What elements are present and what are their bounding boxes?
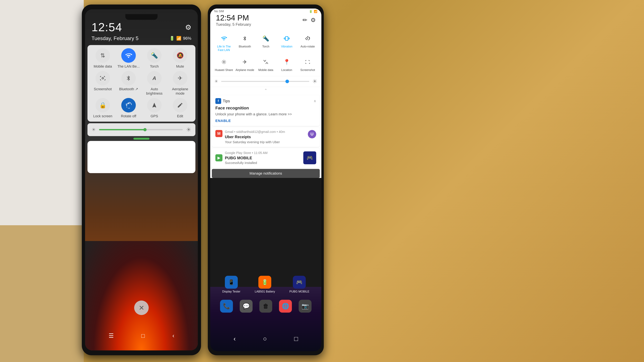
left-phone-notch [125,14,158,20]
enable-button[interactable]: ENABLE [215,119,316,123]
right-brightness-thumb [286,80,289,83]
rotate-icon [121,98,136,112]
pubg-app-icon: 🎮 [293,276,306,289]
phone-left: 12:54 ⚙ Tuesday, February 5 🔋 📶 96% ⇅ Mo… [82,4,201,355]
rqs-airplane[interactable]: ✈ Airplane mode [234,54,255,74]
rqs-torch[interactable]: 🔦 Torch [255,31,276,54]
qs-torch[interactable]: 🔦 Torch [143,48,166,69]
qs-edit[interactable]: Edit [169,98,191,118]
wifi-status-icon: 📶 [176,36,182,41]
close-button[interactable]: ✕ [134,301,149,315]
torch-label: Torch [150,64,159,69]
rotate-label: Rotate off [121,114,136,118]
right-status-bar: No SIM 🔋 📶 [210,8,321,14]
rqs-bluetooth[interactable]: Bluetooth [234,31,255,54]
chevron-up-icon: ⌃ [264,88,268,93]
tips-expand-icon[interactable]: ∧ [314,99,316,103]
screenshot-label: Screenshot [94,87,112,91]
rqs-bluetooth-label: Bluetooth [239,45,251,48]
rqs-wifi[interactable]: Life In The Fast LAN [214,31,234,54]
bluetooth-icon [121,71,136,85]
manage-notifications-bar[interactable]: Manage notifications [212,169,320,178]
qs-airplane[interactable]: ✈ Aeroplane mode [169,71,191,96]
notif-header-icons: ✏ ⚙ [302,17,316,23]
brightness-fill [99,129,145,130]
play-store-notification[interactable]: ▶ Google Play Store • 11:05 AM PUBG MOBI… [212,148,320,168]
rqs-airplane-icon: ✈ [240,57,250,67]
tips-icon: f [215,98,221,104]
pubg-mobile-app[interactable]: 🎮 PUBG MOBILE [289,276,309,293]
rqs-mobile-data[interactable]: Mobile data [255,54,276,74]
rqs-location-label: Location [281,68,292,72]
gmail-icon: M [215,130,222,137]
right-back-icon[interactable]: ‹ [234,335,236,342]
chrome-dock-icon[interactable]: 🌐 [279,300,292,313]
qs-lock-screen[interactable]: 🔒 Lock screen [92,98,114,118]
rqs-autorotate-icon [302,33,313,44]
play-store-icon: ▶ [215,154,222,161]
right-brightness-track[interactable] [221,81,309,82]
notification-area: No SIM 🔋 📶 12:54 PM Tuesday, 5 February … [210,8,321,178]
settings-notif-icon[interactable]: ⚙ [310,17,316,23]
messages-dock-icon[interactable]: 💬 [240,300,252,313]
qs-wifi[interactable]: The LAN Be... [117,48,140,69]
qs-gps[interactable]: GPS [143,98,166,118]
rqs-screenshot[interactable]: Screenshot [297,54,318,74]
left-status-bar: 12:54 ⚙ [85,17,198,35]
right-recents-icon[interactable]: □ [294,335,298,342]
display-tester-app[interactable]: 📱 Display Tester [222,276,240,293]
gmail-meta: Gmail • siddharthsidi12@gmail.com • 40m [225,130,306,134]
home-icon[interactable]: □ [141,332,145,339]
rqs-autorotate[interactable]: Auto-rotate [297,31,318,54]
rqs-vibration-icon [282,33,292,44]
brightness-track[interactable] [99,129,183,130]
gmail-preview: Your Saturday evening trip with Uber [225,140,306,144]
airplane-icon: ✈ [173,71,187,85]
rqs-huawei-label: Huawei Share [215,68,233,72]
camera-dock-icon[interactable]: 📷 [299,300,312,313]
lock-label: Lock screen [93,114,112,118]
gps-icon [147,98,162,112]
qs-rotate[interactable]: Rotate off [117,98,140,118]
delete-dock-icon[interactable]: 🗑 [259,300,272,313]
display-tester-label: Display Tester [222,290,240,293]
pubg-label: PUBG MOBILE [289,290,309,293]
bluetooth-label: Bluetooth ↗ [119,87,138,91]
tips-card-header: f Tips ∧ [215,98,316,104]
right-signal-icon: 📶 [314,10,317,13]
dock-icons: 📞 💬 🗑 🌐 📷 [210,300,321,313]
qs-mobile-data[interactable]: ⇅ Mobile data [92,48,114,69]
settings-icon[interactable]: ⚙ [185,23,191,31]
qs-auto-brightness[interactable]: A Auto brightness [143,71,166,96]
qs-row-2: Screenshot Bluetooth ↗ A Auto brightness [90,71,193,96]
phone-right: No SIM 🔋 📶 12:54 PM Tuesday, 5 February … [208,4,324,355]
installed-text: Successfully installed [225,161,301,165]
rqs-huawei-share[interactable]: Huawei Share [214,54,234,74]
rqs-huawei-icon [219,57,229,67]
qs-mute[interactable]: 🔕 Mute [169,48,191,69]
right-brightness-high-icon: ☀ [312,78,317,85]
phone-dock-icon[interactable]: 📞 [220,300,233,313]
rqs-location[interactable]: 📍 Location [276,54,297,74]
qs-screenshot[interactable]: Screenshot [92,71,114,96]
tips-letter: f [218,99,219,103]
qs-bluetooth[interactable]: Bluetooth ↗ [117,71,140,96]
gps-label: GPS [150,114,158,118]
rqs-airplane-label: Airplane mode [236,68,254,72]
tips-title: Tips [223,99,312,103]
rqs-wifi-icon [219,33,229,44]
menu-icon[interactable]: ☰ [108,332,114,339]
qs-row-3: 🔒 Lock screen Rotate off [90,98,193,118]
rqs-vibration-label: Vibration [281,45,292,48]
back-icon[interactable]: ‹ [172,332,174,339]
gmail-notification[interactable]: M Gmail • siddharthsidi12@gmail.com • 40… [212,127,320,147]
brightness-bar[interactable]: ☀ ☀ [88,123,196,136]
edit-notif-icon[interactable]: ✏ [302,17,307,23]
right-home-icon[interactable]: ○ [263,335,267,342]
wifi-label: The LAN Be... [118,64,140,69]
lab501-app[interactable]: 🔋 LAB501 Battery [255,276,275,293]
expand-handle[interactable]: ⌃ [210,87,321,94]
right-brightness-bar[interactable]: ☀ ☀ [210,76,321,87]
battery-icon: 🔋 [170,36,174,41]
rqs-vibration[interactable]: Vibration [276,31,297,54]
